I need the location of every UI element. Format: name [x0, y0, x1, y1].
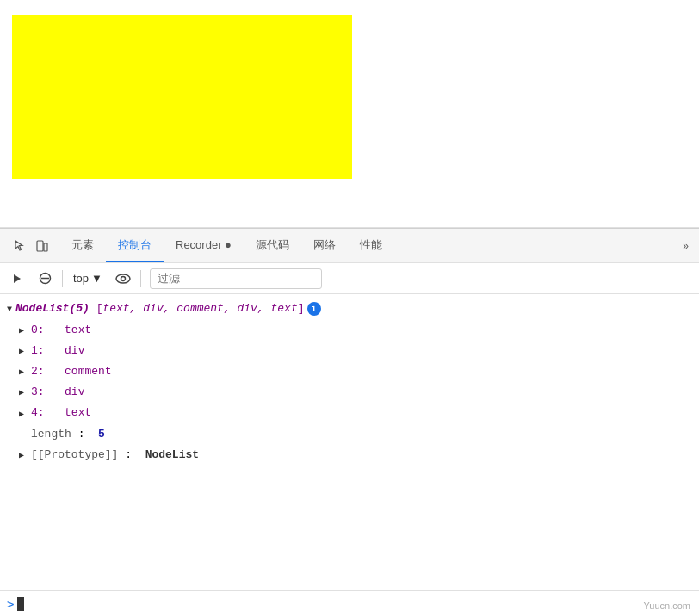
svg-point-5 [116, 274, 130, 283]
console-input-row[interactable]: > [0, 590, 699, 616]
preview-area [0, 0, 699, 228]
console-output: ▼ NodeList(5) [ text, div, comment, div,… [0, 294, 699, 590]
divider-2 [140, 270, 141, 287]
console-prompt: > [7, 597, 14, 611]
watermark: Yuucn.com [644, 601, 690, 611]
tab-perf[interactable]: 性能 [348, 229, 394, 262]
devtools-panel: 元素 控制台 Recorder ● 源代码 网络 性能 » [0, 228, 699, 616]
tab-source[interactable]: 源代码 [244, 229, 301, 262]
child-0[interactable]: 0: text [0, 320, 699, 341]
tab-bar: 元素 控制台 Recorder ● 源代码 网络 性能 » [0, 229, 699, 263]
filter-input[interactable] [150, 268, 322, 289]
clear-button[interactable] [33, 268, 57, 290]
toolbar-row: top ▼ [0, 263, 699, 294]
prototype-property[interactable]: [[Prototype]] : NodeList [0, 445, 699, 465]
child-1[interactable]: 1: div [0, 341, 699, 361]
console-cursor [17, 597, 24, 611]
svg-point-6 [121, 276, 125, 280]
device-icon[interactable] [33, 237, 52, 256]
tab-recorder[interactable]: Recorder ● [164, 229, 244, 262]
tab-network[interactable]: 网络 [301, 229, 348, 262]
length-property: length : 5 [0, 424, 699, 445]
tab-more[interactable]: » [676, 240, 696, 252]
tab-console[interactable]: 控制台 [106, 229, 164, 262]
svg-rect-0 [37, 241, 43, 251]
tab-elements[interactable]: 元素 [59, 229, 106, 262]
svg-rect-1 [44, 243, 47, 251]
info-icon[interactable]: i [307, 302, 321, 316]
child-4[interactable]: 4: text [0, 403, 699, 423]
yellow-box [12, 15, 352, 179]
top-selector[interactable]: top ▼ [68, 270, 108, 286]
eye-button[interactable] [111, 268, 135, 290]
nodelist-root[interactable]: ▼ NodeList(5) [ text, div, comment, div,… [0, 298, 699, 320]
run-button[interactable] [5, 268, 29, 290]
divider-1 [62, 270, 63, 287]
tab-icon-group [3, 229, 59, 262]
svg-marker-2 [14, 274, 21, 283]
child-3[interactable]: 3: div [0, 382, 699, 403]
cursor-icon[interactable] [10, 237, 29, 256]
child-2[interactable]: 2: comment [0, 361, 699, 382]
